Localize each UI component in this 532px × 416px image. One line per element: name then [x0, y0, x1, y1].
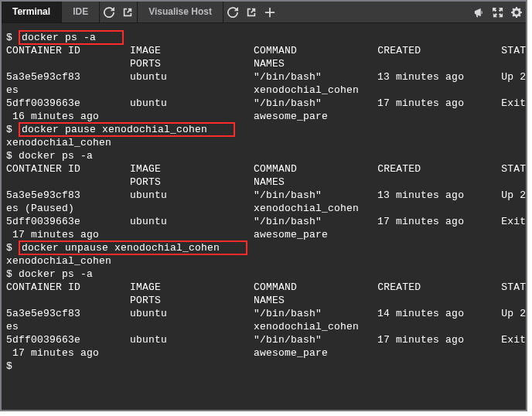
plus-icon[interactable] — [261, 2, 279, 22]
cell: "/bin/bash" — [254, 334, 322, 346]
cell: 16 minutes ago — [6, 111, 99, 122]
hdr-stat: STATUS — [501, 163, 526, 175]
hdr-names: NAMES — [254, 58, 285, 70]
cell: 17 minutes ago — [377, 334, 464, 346]
cell: ubuntu — [130, 189, 167, 201]
cell: 17 minutes ago — [6, 347, 99, 359]
highlight-box: docker ps -a — [19, 30, 124, 45]
cell: es — [6, 84, 19, 96]
output: xenodochial_cohen — [6, 137, 111, 148]
tab-terminal[interactable]: Terminal — [2, 2, 61, 22]
hdr-cid: CONTAINER ID — [6, 281, 80, 293]
hdr-cmd: COMMAND — [254, 163, 297, 175]
cell: 13 minutes ago — [377, 189, 464, 201]
refresh-icon[interactable] — [100, 2, 118, 22]
cell: 5a3e5e93cf83 — [6, 308, 80, 319]
cmd-text: docker ps -a — [22, 32, 96, 43]
terminal-output[interactable]: $ docker ps -a CONTAINER ID IMAGE COMMAN… — [2, 23, 526, 376]
gear-icon[interactable] — [507, 2, 526, 22]
spacer — [279, 2, 470, 22]
cell: Up 2 minut — [501, 71, 526, 83]
cell: awesome_pare — [254, 111, 328, 122]
highlight-box: docker pause xenodochial_cohen — [19, 122, 235, 137]
prompt: $ — [6, 268, 12, 280]
popout-icon[interactable] — [242, 2, 261, 22]
hdr-cre: CREATED — [377, 45, 421, 56]
cmd-text: docker ps -a — [19, 268, 93, 280]
cell: 5dff0039663e — [6, 334, 80, 346]
cell: ubuntu — [130, 308, 167, 319]
cell: Up 2 minut — [501, 308, 526, 319]
fullscreen-icon[interactable] — [489, 2, 507, 22]
hdr-cmd: COMMAND — [254, 281, 297, 293]
cell: "/bin/bash" — [254, 189, 322, 201]
hdr-cre: CREATED — [377, 163, 421, 175]
cell: 5dff0039663e — [6, 97, 80, 109]
hdr-ports: PORTS — [130, 295, 161, 306]
prompt: $ — [6, 124, 12, 135]
hdr-stat: STATUS — [501, 45, 526, 56]
cell: es (Paused) — [6, 203, 74, 214]
cell: "/bin/bash" — [254, 216, 322, 227]
hdr-cmd: COMMAND — [254, 45, 297, 56]
cell: 17 minutes ago — [377, 97, 464, 109]
cell: "/bin/bash" — [254, 71, 322, 83]
hdr-img: IMAGE — [130, 281, 161, 293]
prompt: $ — [6, 360, 12, 372]
cell: xenodochial_cohen — [254, 84, 359, 96]
cell: 17 minutes ago — [6, 229, 99, 240]
hdr-img: IMAGE — [130, 163, 161, 175]
app-frame: Terminal IDE Visualise Host $ docker ps … — [0, 0, 527, 411]
hdr-cid: CONTAINER ID — [6, 45, 80, 56]
cell: ubuntu — [130, 334, 167, 346]
cell: 13 minutes ago — [377, 71, 464, 83]
cell: awesome_pare — [254, 229, 328, 240]
hdr-ports: PORTS — [130, 58, 161, 70]
cell: xenodochial_cohen — [254, 203, 359, 214]
cell: 5dff0039663e — [6, 216, 80, 227]
cell: ubuntu — [130, 71, 167, 83]
prompt: $ — [6, 242, 12, 254]
prompt: $ — [6, 150, 12, 162]
cell: Exited (0) — [501, 334, 526, 346]
cell: "/bin/bash" — [254, 308, 322, 319]
prompt: $ — [6, 32, 12, 43]
tab-bar: Terminal IDE Visualise Host — [2, 2, 526, 23]
cell: es — [6, 321, 19, 332]
cell: 17 minutes ago — [377, 216, 464, 227]
cell: xenodochial_cohen — [254, 321, 359, 332]
cell: 5a3e5e93cf83 — [6, 71, 80, 83]
cell: Up 2 minut — [501, 189, 526, 201]
hdr-ports: PORTS — [130, 176, 161, 188]
cell: "/bin/bash" — [254, 97, 322, 109]
cell: 14 minutes ago — [377, 308, 464, 319]
megaphone-icon[interactable] — [470, 2, 489, 22]
hdr-names: NAMES — [254, 176, 285, 188]
cell: Exited (0) — [501, 97, 526, 109]
tab-visualise[interactable]: Visualise Host — [138, 2, 223, 22]
cell: ubuntu — [130, 216, 167, 227]
cmd-text: docker unpause xenodochial_cohen — [22, 242, 220, 254]
refresh-icon[interactable] — [223, 2, 242, 22]
highlight-box: docker unpause xenodochial_cohen — [19, 240, 247, 255]
cell: Exited (0) — [501, 216, 526, 227]
popout-icon[interactable] — [118, 2, 137, 22]
hdr-stat: STATUS — [501, 281, 526, 293]
cmd-text: docker ps -a — [19, 150, 93, 162]
cell: ubuntu — [130, 97, 167, 109]
cell: awesome_pare — [254, 347, 328, 359]
tab-ide[interactable]: IDE — [62, 2, 99, 22]
hdr-names: NAMES — [254, 295, 285, 306]
cell: 5a3e5e93cf83 — [6, 189, 80, 201]
output: xenodochial_cohen — [6, 255, 111, 267]
hdr-cid: CONTAINER ID — [6, 163, 80, 175]
hdr-cre: CREATED — [377, 281, 421, 293]
cmd-text: docker pause xenodochial_cohen — [22, 124, 207, 135]
hdr-img: IMAGE — [130, 45, 161, 56]
